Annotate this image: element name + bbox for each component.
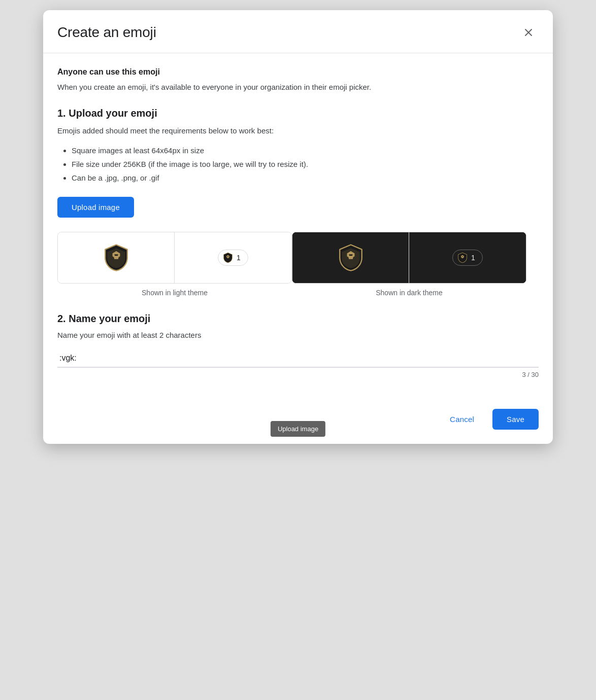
upload-image-button[interactable]: Upload image: [57, 197, 134, 218]
preview-section: 1 Shown in light theme: [57, 232, 539, 297]
dialog-title: Create an emoji: [57, 24, 156, 41]
vgk-shield-light-small: [222, 252, 234, 263]
vgk-shield-light-large: [102, 243, 130, 272]
upload-step-title: 1. Upload your emoji: [57, 108, 539, 119]
dialog-body: Anyone can use this emoji When you creat…: [43, 53, 553, 405]
dark-theme-label: Shown in dark theme: [292, 289, 526, 297]
requirements-intro: Emojis added should meet the requirement…: [57, 125, 539, 137]
name-description: Name your emoji with at least 2 characte…: [57, 331, 539, 339]
name-step-title: 2. Name your emoji: [57, 313, 539, 325]
info-section: Anyone can use this emoji When you creat…: [57, 67, 539, 93]
light-theme-label: Shown in light theme: [57, 289, 292, 297]
dark-reaction-pill: 1: [452, 250, 483, 266]
close-icon: [522, 26, 535, 39]
light-theme-images: 1: [57, 232, 292, 284]
light-reaction-pill: 1: [218, 250, 248, 266]
save-button[interactable]: Save: [492, 409, 539, 430]
name-section: 2. Name your emoji Name your emoji with …: [57, 313, 539, 378]
upload-section: 1. Upload your emoji Emojis added should…: [57, 108, 539, 232]
close-button[interactable]: [518, 22, 539, 43]
vgk-shield-dark-small: [457, 252, 468, 263]
light-reaction-preview-cell: 1: [175, 232, 291, 283]
create-emoji-dialog: Create an emoji Anyone can use this emoj…: [43, 10, 553, 444]
upload-tooltip: Upload image: [271, 421, 325, 437]
dialog-header: Create an emoji: [43, 10, 553, 53]
requirement-3: Can be a .jpg, .png, or .gif: [72, 171, 539, 185]
requirement-2: File size under 256KB (if the image is t…: [72, 157, 539, 171]
info-description: When you create an emoji, it's available…: [57, 82, 539, 93]
light-reaction-count: 1: [237, 254, 241, 262]
requirement-1: Square images at least 64x64px in size: [72, 144, 539, 157]
dark-theme-preview: 1 Shown in dark theme: [292, 232, 526, 297]
requirements-list: Square images at least 64x64px in size F…: [57, 144, 539, 185]
info-title: Anyone can use this emoji: [57, 67, 539, 77]
light-theme-preview: 1 Shown in light theme: [57, 232, 292, 297]
dark-reaction-count: 1: [471, 254, 475, 262]
dark-large-preview-cell: [292, 232, 409, 283]
char-count: 3 / 30: [57, 371, 539, 378]
name-input-container: [57, 347, 539, 368]
vgk-shield-dark-large: [337, 243, 365, 272]
dark-theme-images: 1: [292, 232, 526, 284]
cancel-button[interactable]: Cancel: [438, 409, 486, 430]
emoji-name-input[interactable]: [57, 354, 539, 363]
light-large-preview-cell: [58, 232, 175, 283]
dark-reaction-preview-cell: 1: [409, 232, 526, 283]
